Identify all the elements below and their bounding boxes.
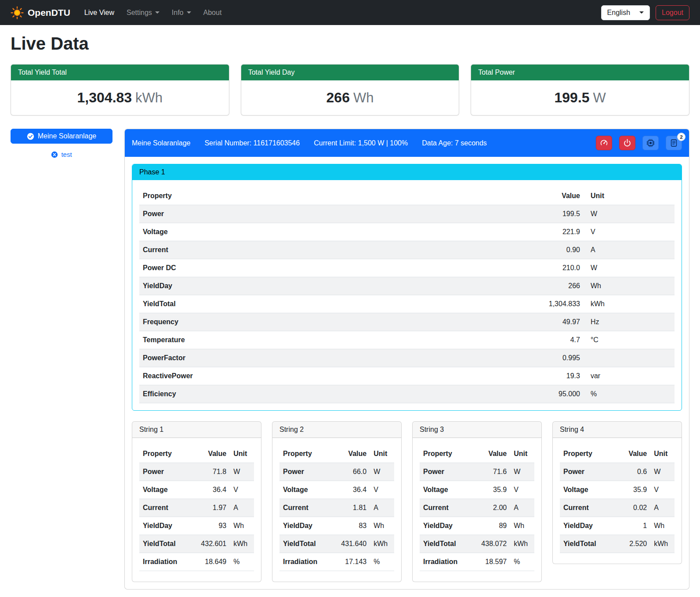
value-cell: 49.97 [289, 313, 584, 331]
string-card-3: String 3 Property Value Unit [412, 421, 542, 582]
unit-cell: V [510, 481, 534, 499]
unit-cell: % [584, 385, 675, 403]
table-row: YieldDay 93 Wh [139, 517, 254, 535]
inverter-sidebar: Meine Solaranlage test [11, 129, 112, 158]
property-cell: Current [139, 499, 193, 517]
table-row: YieldTotal 432.601 kWh [139, 535, 254, 553]
string-card-body: Property Value Unit Power [413, 438, 541, 582]
property-cell: YieldDay [139, 517, 193, 535]
unit-cell: Wh [584, 277, 675, 295]
test-link[interactable]: test [11, 151, 112, 158]
string-card-4: String 4 Property Value Unit [552, 421, 682, 564]
string-table: Property Value Unit Power [420, 445, 534, 571]
app-brand[interactable]: OpenDTU [11, 6, 70, 19]
nav-info-label: Info [172, 9, 184, 17]
inverter-card: Meine Solaranlage Serial Number: 1161716… [124, 129, 689, 590]
summary-card-body: 199.5W [471, 80, 689, 115]
value-cell: 0.90 [289, 241, 584, 259]
table-header-row: Property Value Unit [139, 445, 254, 463]
property-cell: YieldDay [420, 517, 474, 535]
table-header-row: Property Value Unit [560, 445, 675, 463]
table-row: Current 0.02 A [560, 499, 675, 517]
summary-card: Total Power 199.5W [471, 64, 689, 116]
summary-card-body: 1,304.83kWh [11, 80, 229, 115]
event-log-button[interactable]: 2 [666, 136, 682, 150]
inverter-select-button[interactable]: Meine Solaranlage [11, 129, 112, 144]
value-cell: 36.4 [334, 481, 370, 499]
nav-live-view[interactable]: Live View [78, 5, 120, 20]
property-cell: Voltage [420, 481, 474, 499]
value-cell: 431.640 [334, 535, 370, 553]
property-cell: Irradiation [139, 553, 193, 571]
chevron-down-icon [639, 11, 644, 14]
check-circle-icon [27, 133, 34, 140]
property-cell: Frequency [139, 313, 289, 331]
nav-about[interactable]: About [197, 5, 228, 20]
value-cell: 432.601 [193, 535, 230, 553]
property-cell: YieldTotal [139, 295, 289, 313]
logout-button[interactable]: Logout [656, 5, 689, 20]
nav-settings[interactable]: Settings [120, 5, 166, 20]
x-circle-icon [51, 151, 58, 158]
table-row: Efficiency 95.000 % [139, 385, 675, 403]
value-cell: 0.6 [614, 463, 651, 481]
summary-unit: Wh [353, 90, 374, 105]
string-table: Property Value Unit Power [279, 445, 394, 571]
summary-unit: kWh [135, 90, 163, 105]
unit-cell: kWh [230, 535, 254, 553]
unit-cell: A [370, 499, 394, 517]
table-row: YieldTotal 2.520 kWh [560, 535, 675, 553]
unit-cell: Wh [370, 517, 394, 535]
unit-header: Unit [650, 445, 675, 463]
value-cell: 210.0 [289, 259, 584, 277]
string-card-title: String 4 [553, 422, 682, 438]
property-cell: Irradiation [420, 553, 474, 571]
unit-cell: V [584, 223, 675, 241]
unit-cell: A [650, 499, 675, 517]
summary-card-title: Total Yield Total [11, 65, 229, 80]
nav-info[interactable]: Info [166, 5, 197, 20]
table-row: Voltage 35.9 V [420, 481, 534, 499]
unit-cell: W [230, 463, 254, 481]
inverter-info-button[interactable] [642, 136, 659, 150]
property-cell: Power [139, 205, 289, 223]
value-cell: 19.3 [289, 367, 584, 385]
power-toggle-button[interactable] [619, 136, 635, 150]
inverter-actions: 2 [596, 136, 682, 150]
unit-cell: V [230, 481, 254, 499]
unit-cell: W [650, 463, 675, 481]
value-cell: 35.9 [614, 481, 651, 499]
string-card-2: String 2 Property Value Unit [272, 421, 402, 582]
property-cell: Current [420, 499, 474, 517]
table-row: Power 66.0 W [279, 463, 394, 481]
string-card-title: String 2 [272, 422, 401, 438]
journal-text-icon [670, 139, 678, 147]
property-cell: Current [279, 499, 334, 517]
table-row: Irradiation 17.143 % [279, 553, 394, 571]
table-row: Power 71.8 W [139, 463, 254, 481]
value-cell: 71.6 [474, 463, 511, 481]
string-card-title: String 1 [132, 422, 261, 438]
unit-cell: kWh [510, 535, 534, 553]
nav-settings-label: Settings [127, 9, 152, 17]
unit-cell: % [370, 553, 394, 571]
value-cell: 0.02 [614, 499, 651, 517]
value-cell: 83 [334, 517, 370, 535]
limit-settings-button[interactable] [596, 136, 612, 150]
property-cell: YieldTotal [279, 535, 334, 553]
property-header: Property [139, 187, 289, 205]
value-cell: 1,304.833 [289, 295, 584, 313]
main-row: Meine Solaranlage test Meine Solaranlage… [11, 129, 689, 590]
string-table: Property Value Unit Power [560, 445, 675, 553]
inverter-data-age: Data Age: 7 seconds [422, 139, 487, 147]
table-header-row: Property Value Unit [420, 445, 534, 463]
language-select[interactable]: English [601, 5, 650, 20]
summary-unit: W [593, 90, 606, 105]
summary-card-body: 266Wh [241, 80, 459, 115]
speedometer-icon [600, 139, 608, 147]
value-cell: 2.520 [614, 535, 651, 553]
property-header: Property [420, 445, 474, 463]
string-card-body: Property Value Unit Power [553, 438, 682, 564]
property-cell: PowerFactor [139, 349, 289, 367]
unit-cell: % [510, 553, 534, 571]
